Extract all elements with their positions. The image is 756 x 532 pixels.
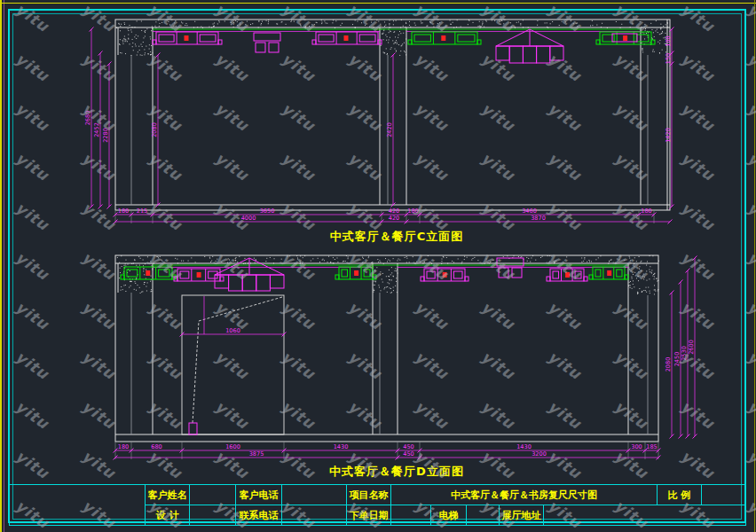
dim-label: 180 — [407, 207, 418, 215]
dim-label: 3650 — [260, 207, 275, 215]
dim-label: 2280 — [102, 128, 109, 143]
dim-label: 2450 — [673, 352, 681, 367]
logo-cell — [9, 484, 146, 526]
field-designer-label: 设 计 — [145, 505, 190, 526]
dim-label: 150 — [665, 53, 672, 64]
dim-label: 1420 — [665, 128, 672, 143]
field-showroom-value — [543, 505, 746, 526]
dim-label: 180 — [118, 207, 129, 215]
cad-canvas: 2680245222802080242010015014201802153650… — [0, 0, 756, 532]
dim-label: 3875 — [249, 450, 264, 458]
field-elevator-label: 电梯 — [430, 505, 467, 526]
field-showroom-label: 展厅地址 — [499, 505, 544, 526]
field-elevator-value — [466, 505, 500, 526]
dim-label: 180 — [118, 443, 129, 450]
field-designer-value — [189, 505, 236, 526]
dim-label: 420 — [389, 207, 399, 215]
dim-label: 450 — [403, 450, 413, 458]
dim-label: 2420 — [386, 122, 393, 137]
dim-label: 680 — [151, 443, 161, 450]
field-customer-name-label: 客户姓名 — [145, 484, 190, 505]
dim-label: 1430 — [334, 443, 349, 450]
dim-label: 2600 — [688, 340, 695, 355]
dim-label: 450 — [403, 443, 413, 450]
dim-label: 3460 — [522, 207, 537, 215]
field-customer-phone-label: 客户电话 — [235, 484, 282, 505]
dim-label: 185 — [646, 443, 657, 450]
dim-label: 1060 — [225, 327, 240, 334]
dim-label: 100 — [665, 35, 672, 46]
dim-label: 3870 — [531, 215, 546, 222]
dim-label: 215 — [137, 207, 147, 215]
dim-label: 1430 — [516, 443, 532, 450]
dim-label: 2530 — [681, 346, 688, 361]
dim-label: 2452 — [93, 122, 100, 137]
field-customer-phone-value — [281, 484, 347, 505]
elevation-d-title: 中式客厅＆餐厅D立面图 — [321, 464, 472, 480]
field-project-name-value: 中式客厅＆餐厅＆书房复尺尺寸图 — [390, 484, 658, 505]
field-customer-name-value — [189, 484, 236, 505]
elevation-c-title: 中式客厅＆餐厅C立面图 — [321, 229, 472, 245]
field-project-name-label: 项目名称 — [346, 484, 391, 505]
field-order-date-label: 下单日期 — [346, 505, 391, 526]
dim-label: 1600 — [225, 443, 240, 450]
cad-viewport: 2680245222802080242010015014201802153650… — [0, 0, 756, 532]
dim-label: 4000 — [241, 215, 256, 222]
dim-label: 2080 — [151, 122, 158, 137]
dim-label: 420 — [389, 215, 399, 222]
dim-label: 300 — [631, 443, 642, 450]
field-order-date-value — [390, 505, 431, 526]
dim-label: 2680 — [84, 111, 91, 126]
dim-label: 2080 — [665, 357, 672, 372]
field-scale-label: 比 例 — [657, 484, 702, 505]
field-scale-value — [701, 484, 746, 505]
dim-label: 3200 — [532, 450, 547, 458]
dim-label: 180 — [641, 207, 651, 215]
field-contact-phone-label: 联系电话 — [235, 505, 282, 526]
field-contact-phone-value — [281, 505, 347, 526]
